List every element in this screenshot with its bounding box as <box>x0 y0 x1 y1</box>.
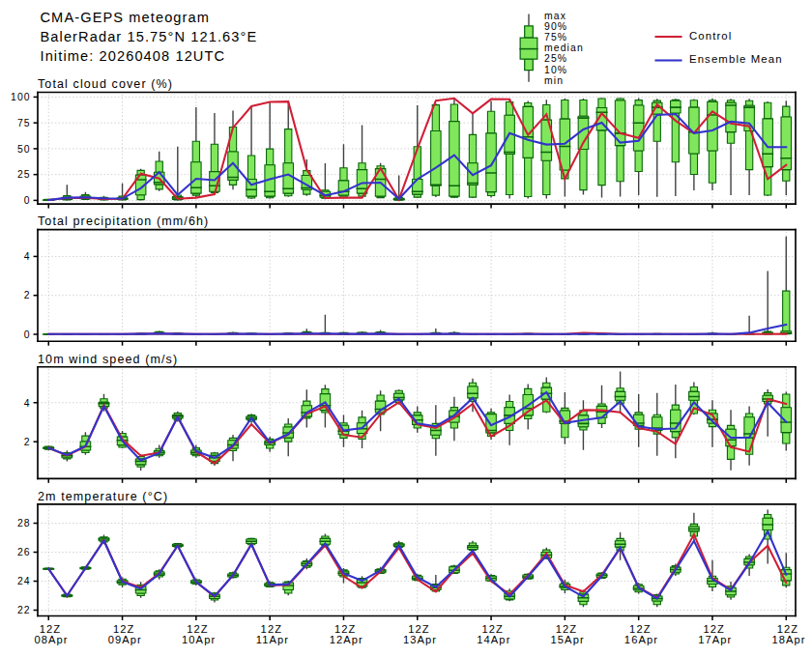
svg-text:median: median <box>544 43 584 53</box>
svg-text:min: min <box>544 75 564 86</box>
svg-text:90%: 90% <box>544 21 567 32</box>
svg-text:10%: 10% <box>544 65 567 75</box>
svg-text:24: 24 <box>17 576 31 586</box>
svg-text:2: 2 <box>24 437 31 447</box>
svg-text:max: max <box>544 11 566 21</box>
svg-text:100: 100 <box>11 92 31 102</box>
svg-text:Total cloud cover (%): Total cloud cover (%) <box>38 77 173 91</box>
svg-text:08Apr: 08Apr <box>34 634 68 645</box>
svg-text:2m temperature (°C): 2m temperature (°C) <box>38 490 168 503</box>
svg-text:14Apr: 14Apr <box>477 634 510 645</box>
svg-text:0: 0 <box>24 329 31 340</box>
svg-text:15Apr: 15Apr <box>551 634 585 645</box>
svg-text:28: 28 <box>17 518 31 528</box>
svg-text:75: 75 <box>17 118 31 129</box>
svg-text:CMA-GEPS meteogram: CMA-GEPS meteogram <box>41 10 211 25</box>
svg-text:Initime: 20260408 12UTC: Initime: 20260408 12UTC <box>41 48 226 64</box>
svg-text:18Apr: 18Apr <box>771 634 805 645</box>
svg-text:Total precipitation (mm/6h): Total precipitation (mm/6h) <box>38 214 209 228</box>
svg-text:16Apr: 16Apr <box>624 634 658 645</box>
svg-text:2: 2 <box>24 290 31 300</box>
svg-text:50: 50 <box>17 144 31 155</box>
svg-text:26: 26 <box>17 547 31 557</box>
svg-text:4: 4 <box>24 398 31 409</box>
svg-text:Control: Control <box>689 30 732 42</box>
svg-text:11Apr: 11Apr <box>256 634 289 645</box>
svg-text:0: 0 <box>24 195 31 206</box>
svg-text:Ensemble Mean: Ensemble Mean <box>689 53 783 65</box>
svg-text:17Apr: 17Apr <box>698 634 732 645</box>
svg-text:22: 22 <box>17 605 31 615</box>
svg-text:25%: 25% <box>544 53 567 64</box>
svg-text:4: 4 <box>24 251 31 262</box>
svg-text:13Apr: 13Apr <box>403 634 437 645</box>
svg-text:12Apr: 12Apr <box>330 634 363 645</box>
svg-text:09Apr: 09Apr <box>108 634 142 645</box>
svg-text:75%: 75% <box>544 32 567 43</box>
svg-text:25: 25 <box>17 169 31 180</box>
svg-text:10m wind speed (m/s): 10m wind speed (m/s) <box>38 353 178 366</box>
svg-text:10Apr: 10Apr <box>182 634 216 645</box>
svg-text:BalerRadar 15.75°N 121.63°E: BalerRadar 15.75°N 121.63°E <box>41 29 258 44</box>
